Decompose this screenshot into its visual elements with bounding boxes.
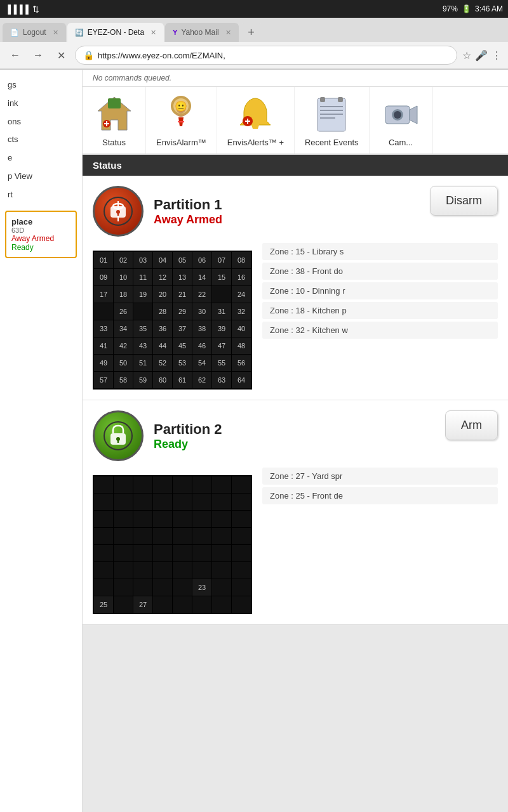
zone-cell[interactable]: 01 bbox=[94, 252, 113, 268]
tab-close-eyez[interactable]: ✕ bbox=[150, 29, 156, 37]
zone-cell[interactable] bbox=[114, 528, 133, 544]
zone-cell[interactable]: 52 bbox=[153, 355, 172, 371]
zone-cell[interactable]: 53 bbox=[173, 355, 192, 371]
zone-cell[interactable]: 49 bbox=[94, 355, 113, 371]
zone-cell[interactable] bbox=[212, 579, 231, 596]
zone-cell[interactable] bbox=[114, 476, 133, 493]
zone-cell[interactable] bbox=[173, 596, 192, 613]
zone-cell[interactable]: 08 bbox=[232, 252, 251, 268]
nav-envisalarm[interactable]: 😐 EnvisAlarm™ bbox=[146, 87, 217, 154]
zone-cell[interactable] bbox=[232, 494, 251, 510]
nav-envisalerts[interactable]: EnvisAlerts™ + bbox=[217, 87, 295, 154]
zone-cell[interactable]: 41 bbox=[94, 337, 113, 354]
zone-cell[interactable]: 05 bbox=[173, 252, 192, 268]
zone-cell[interactable]: 12 bbox=[153, 269, 172, 285]
zone-cell[interactable]: 32 bbox=[232, 303, 251, 320]
disarm-button[interactable]: Disarm bbox=[430, 186, 498, 216]
zone-cell[interactable] bbox=[212, 286, 231, 303]
zone-cell[interactable]: 58 bbox=[114, 372, 133, 388]
url-bar[interactable]: 🔒 https://www.eyez-on.com/EZMAIN, bbox=[75, 46, 457, 65]
zone-cell[interactable]: 40 bbox=[232, 320, 251, 337]
zone-cell[interactable] bbox=[133, 545, 152, 561]
zone-cell[interactable] bbox=[94, 579, 113, 596]
zone-cell[interactable] bbox=[173, 528, 192, 544]
zone-cell[interactable] bbox=[192, 562, 211, 579]
zone-cell[interactable]: 24 bbox=[232, 286, 251, 303]
zone-cell[interactable]: 29 bbox=[173, 303, 192, 320]
zone-cell[interactable]: 61 bbox=[173, 372, 192, 388]
arm-button[interactable]: Arm bbox=[445, 410, 498, 440]
sidebar-item-ons[interactable]: ons bbox=[0, 113, 82, 131]
zone-cell[interactable] bbox=[192, 596, 211, 613]
zone-cell[interactable]: 20 bbox=[153, 286, 172, 303]
sidebar-item-pview[interactable]: p View bbox=[0, 167, 82, 186]
nav-recentevents[interactable]: Recent Events bbox=[295, 87, 370, 154]
zone-cell[interactable]: 04 bbox=[153, 252, 172, 268]
zone-cell[interactable] bbox=[94, 545, 113, 561]
zone-cell[interactable] bbox=[133, 303, 152, 320]
zone-cell[interactable]: 39 bbox=[212, 320, 231, 337]
zone-cell[interactable]: 43 bbox=[133, 337, 152, 354]
nav-cameras[interactable]: Cam... bbox=[370, 87, 433, 154]
zone-cell[interactable]: 22 bbox=[192, 286, 211, 303]
zone-cell[interactable]: 16 bbox=[232, 269, 251, 285]
zone-cell[interactable] bbox=[232, 476, 251, 493]
zone-cell[interactable] bbox=[212, 511, 231, 527]
zone-cell[interactable]: 30 bbox=[192, 303, 211, 320]
zone-cell[interactable] bbox=[212, 494, 231, 510]
zone-cell[interactable] bbox=[173, 579, 192, 596]
zone-cell[interactable] bbox=[192, 476, 211, 493]
zone-cell[interactable] bbox=[153, 596, 172, 613]
star-icon[interactable]: ☆ bbox=[462, 49, 471, 62]
zone-cell[interactable]: 62 bbox=[192, 372, 211, 388]
zone-cell[interactable] bbox=[114, 545, 133, 561]
zone-cell[interactable] bbox=[232, 511, 251, 527]
sidebar-item-gs[interactable]: gs bbox=[0, 76, 82, 95]
zone-cell[interactable]: 45 bbox=[173, 337, 192, 354]
zone-cell[interactable]: 55 bbox=[212, 355, 231, 371]
zone-cell[interactable]: 06 bbox=[192, 252, 211, 268]
zone-cell[interactable]: 27 bbox=[133, 596, 152, 613]
zone-cell[interactable]: 60 bbox=[153, 372, 172, 388]
zone-cell[interactable] bbox=[114, 562, 133, 579]
zone-cell[interactable] bbox=[192, 511, 211, 527]
new-tab-button[interactable]: + bbox=[240, 23, 263, 42]
zone-cell[interactable] bbox=[153, 494, 172, 510]
zone-cell[interactable]: 18 bbox=[114, 286, 133, 303]
zone-cell[interactable] bbox=[114, 511, 133, 527]
zone-cell[interactable]: 51 bbox=[133, 355, 152, 371]
zone-cell[interactable] bbox=[232, 528, 251, 544]
zone-cell[interactable]: 38 bbox=[192, 320, 211, 337]
zone-cell[interactable] bbox=[153, 579, 172, 596]
close-button[interactable]: ✕ bbox=[52, 46, 70, 64]
zone-cell[interactable] bbox=[192, 528, 211, 544]
zone-cell[interactable] bbox=[232, 596, 251, 613]
zone-cell[interactable] bbox=[232, 545, 251, 561]
zone-cell[interactable] bbox=[114, 579, 133, 596]
zone-cell[interactable]: 11 bbox=[133, 269, 152, 285]
zone-cell[interactable] bbox=[133, 562, 152, 579]
zone-cell[interactable] bbox=[173, 562, 192, 579]
zone-cell[interactable] bbox=[232, 579, 251, 596]
zone-cell[interactable] bbox=[94, 511, 113, 527]
zone-cell[interactable] bbox=[153, 511, 172, 527]
zone-cell[interactable]: 33 bbox=[94, 320, 113, 337]
zone-cell[interactable] bbox=[192, 494, 211, 510]
zone-cell[interactable]: 44 bbox=[153, 337, 172, 354]
zone-cell[interactable] bbox=[94, 528, 113, 544]
sidebar-item-cts[interactable]: cts bbox=[0, 131, 82, 149]
zone-cell[interactable] bbox=[114, 596, 133, 613]
zone-cell[interactable]: 57 bbox=[94, 372, 113, 388]
zone-cell[interactable]: 34 bbox=[114, 320, 133, 337]
zone-cell[interactable]: 17 bbox=[94, 286, 113, 303]
zone-cell[interactable] bbox=[133, 494, 152, 510]
zone-cell[interactable] bbox=[173, 494, 192, 510]
sidebar-place-widget[interactable]: place 63D Away Armed Ready bbox=[5, 211, 77, 258]
zone-cell[interactable]: 03 bbox=[133, 252, 152, 268]
sidebar-item-ink[interactable]: ink bbox=[0, 95, 82, 113]
zone-cell[interactable] bbox=[212, 545, 231, 561]
zone-cell[interactable]: 13 bbox=[173, 269, 192, 285]
zone-cell[interactable] bbox=[212, 562, 231, 579]
tab-eyez-on[interactable]: 🔄 EYEZ-ON - Deta ✕ bbox=[67, 23, 164, 42]
tab-logout[interactable]: 📄 Logout ✕ bbox=[3, 23, 66, 42]
